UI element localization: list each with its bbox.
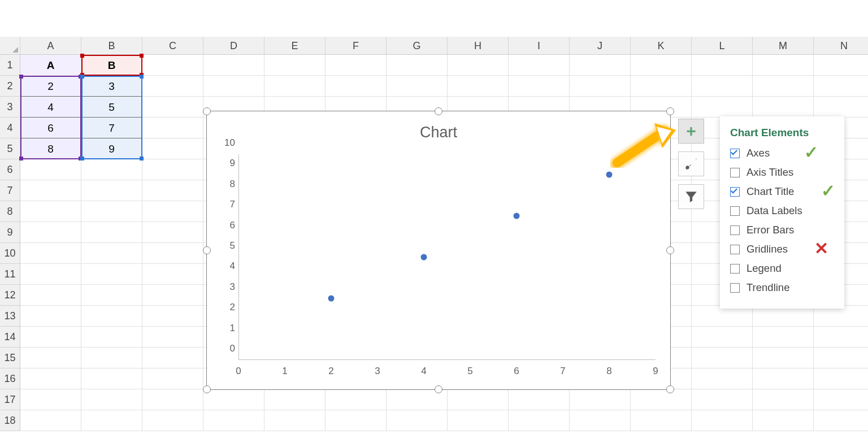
- embedded-chart[interactable]: Chart 0 1 2 3 4 5 6 7 8 9 10 0 1 2 3 4 5…: [206, 111, 671, 390]
- col-header-B[interactable]: B: [81, 37, 142, 55]
- flyout-item-data-labels[interactable]: Data Labels: [730, 205, 834, 217]
- data-point[interactable]: [513, 213, 519, 219]
- chart-title[interactable]: Chart: [207, 124, 670, 141]
- row-header-13[interactable]: 13: [0, 306, 20, 327]
- resize-handle[interactable]: [666, 385, 674, 393]
- row-header-12[interactable]: 12: [0, 285, 20, 306]
- flyout-item-axis-titles[interactable]: Axis Titles: [730, 166, 834, 179]
- col-header-K[interactable]: K: [631, 37, 692, 55]
- select-all-corner[interactable]: [0, 37, 20, 55]
- col-header-H[interactable]: H: [448, 37, 509, 55]
- col-header-M[interactable]: M: [753, 37, 814, 55]
- y-tick: 2: [219, 302, 235, 313]
- chart-styles-button[interactable]: [678, 151, 704, 176]
- flyout-item-trendline[interactable]: Trendline: [730, 281, 834, 294]
- row-header-8[interactable]: 8: [0, 201, 20, 222]
- chart-side-buttons: +: [678, 119, 704, 217]
- row-header-3[interactable]: 3: [0, 97, 20, 118]
- flyout-item-label: Error Bars: [747, 224, 794, 236]
- plot-area[interactable]: 0 1 2 3 4 5 6 7 8 9 10 0 1 2 3 4 5 6 7 8…: [238, 154, 656, 360]
- data-point[interactable]: [328, 295, 334, 301]
- checkbox[interactable]: [730, 168, 740, 177]
- checkbox[interactable]: [730, 245, 740, 254]
- checkbox[interactable]: [730, 149, 740, 158]
- checkbox[interactable]: [730, 283, 740, 293]
- x-tick: 2: [328, 366, 333, 377]
- y-tick: 10: [219, 137, 235, 149]
- col-header-C[interactable]: C: [142, 37, 203, 55]
- x-tick: 3: [375, 366, 380, 377]
- flyout-item-label: Chart Title: [747, 185, 794, 198]
- annotation-check-icon: ✓: [821, 181, 835, 201]
- row-header-6[interactable]: 6: [0, 159, 20, 180]
- row-header-7[interactable]: 7: [0, 180, 20, 201]
- flyout-item-label: Trendline: [747, 281, 789, 294]
- checkbox[interactable]: [730, 225, 740, 235]
- cell-C1[interactable]: [142, 55, 203, 76]
- resize-handle[interactable]: [435, 107, 442, 115]
- x-axis[interactable]: [238, 359, 656, 360]
- brush-icon: [684, 157, 698, 171]
- resize-handle[interactable]: [666, 107, 674, 115]
- resize-handle[interactable]: [203, 246, 211, 254]
- col-header-I[interactable]: I: [509, 37, 570, 55]
- range-selection-a: [20, 76, 81, 159]
- row-header-11[interactable]: 11: [0, 264, 20, 285]
- row-header-9[interactable]: 9: [0, 222, 20, 243]
- resize-handle[interactable]: [435, 385, 442, 393]
- flyout-item-legend[interactable]: Legend: [730, 262, 834, 275]
- col-header-G[interactable]: G: [387, 37, 448, 55]
- y-tick: 4: [219, 261, 235, 272]
- flyout-title: Chart Elements: [730, 127, 834, 139]
- col-header-E[interactable]: E: [264, 37, 326, 55]
- chart-elements-button[interactable]: +: [678, 119, 704, 144]
- flyout-item-axes[interactable]: Axes ✓: [730, 147, 834, 159]
- x-tick: 1: [282, 366, 287, 377]
- flyout-item-label: Legend: [747, 262, 782, 275]
- checkbox[interactable]: [730, 206, 740, 216]
- col-header-J[interactable]: J: [570, 37, 631, 55]
- range-selection-b-data: [81, 76, 142, 159]
- col-header-D[interactable]: D: [203, 37, 264, 55]
- row-header-16[interactable]: 16: [0, 368, 20, 389]
- cell-A1[interactable]: A: [20, 55, 81, 76]
- col-header-F[interactable]: F: [326, 37, 387, 55]
- column-headers: A B C D E F G H I J K L M N: [0, 37, 868, 55]
- resize-handle[interactable]: [203, 107, 211, 115]
- row-header-14[interactable]: 14: [0, 327, 20, 348]
- y-tick: 7: [219, 199, 235, 210]
- flyout-item-error-bars[interactable]: Error Bars: [730, 224, 834, 236]
- row-header-10[interactable]: 10: [0, 243, 20, 264]
- data-point[interactable]: [606, 172, 612, 178]
- x-tick: 4: [421, 366, 426, 377]
- x-tick: 8: [606, 366, 611, 377]
- flyout-item-gridlines[interactable]: Gridlines ✕: [730, 243, 834, 255]
- row-header-18[interactable]: 18: [0, 410, 20, 431]
- row-header-1[interactable]: 1: [0, 55, 20, 76]
- y-tick: 8: [219, 179, 235, 190]
- y-tick: 6: [219, 220, 235, 231]
- checkbox[interactable]: [730, 187, 740, 197]
- row-header-4[interactable]: 4: [0, 118, 20, 138]
- col-header-L[interactable]: L: [692, 37, 753, 55]
- chart-filter-button[interactable]: [678, 184, 704, 209]
- row-header-2[interactable]: 2: [0, 76, 20, 97]
- y-tick: 0: [219, 343, 235, 354]
- row-header-17[interactable]: 17: [0, 389, 20, 410]
- x-tick: 5: [467, 366, 472, 377]
- row-header-5[interactable]: 5: [0, 138, 20, 159]
- col-header-A[interactable]: A: [20, 37, 81, 55]
- row-header-15[interactable]: 15: [0, 348, 20, 368]
- y-axis[interactable]: [238, 154, 239, 360]
- col-header-N[interactable]: N: [814, 37, 868, 55]
- data-point[interactable]: [420, 254, 427, 261]
- annotation-x-icon: ✕: [814, 238, 828, 258]
- flyout-item-label: Data Labels: [747, 205, 802, 217]
- y-tick: 5: [219, 240, 235, 251]
- y-tick: 1: [219, 323, 235, 334]
- annotation-check-icon: ✓: [804, 142, 818, 162]
- checkbox[interactable]: [730, 264, 740, 274]
- flyout-item-chart-title[interactable]: Chart Title ✓: [730, 185, 834, 198]
- resize-handle[interactable]: [203, 385, 211, 393]
- resize-handle[interactable]: [666, 246, 674, 254]
